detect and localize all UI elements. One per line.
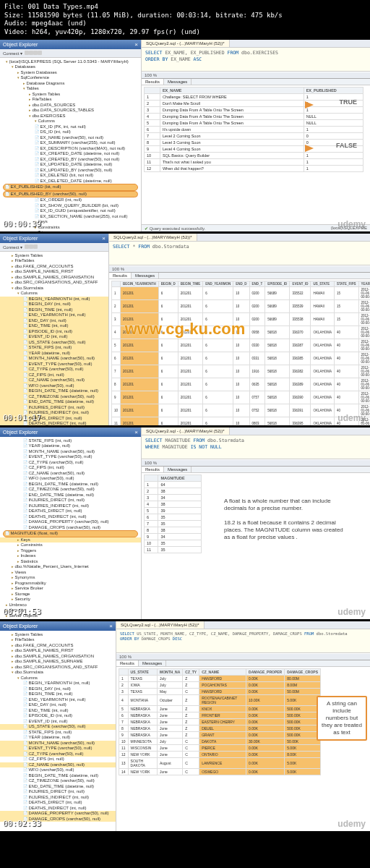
col-header[interactable]: EVENT_ID — [290, 281, 311, 286]
table-row[interactable]: 42012016201201610095856818336370OKLAHOMA… — [112, 326, 371, 339]
col-header[interactable] — [112, 281, 121, 286]
tree-col[interactable]: DEATHS_INDIRECT (int, null) — [0, 806, 116, 812]
tree-root[interactable]: (local)\SQLEXPRESS (SQL Server 11.0.5343… — [0, 59, 141, 65]
col-header[interactable]: DAMAGE_PROPER — [246, 668, 285, 675]
col-header[interactable] — [119, 668, 129, 675]
table-row[interactable]: 5NEBRASKAJuneZKNOX0.00K500.00K — [119, 705, 321, 712]
table-row[interactable]: 8NEBRASKAJuneZDEUEL0.00K500.00K — [119, 725, 321, 731]
tree-col-hl[interactable]: DAMAGE_PROPERTY (varchar(50), null) — [0, 811, 116, 817]
col-header[interactable]: EPISODE_ID — [265, 281, 290, 286]
table-row[interactable]: 735 — [145, 520, 202, 527]
tree-col[interactable]: INJURIES_INDIRECT (int, null) — [0, 795, 116, 801]
tree-columns[interactable]: Columns — [0, 119, 141, 124]
tree-col[interactable]: EX_ID (PK, int, not null) — [0, 124, 141, 130]
table-row[interactable]: 12012016201201610020056689335522HAWAII15… — [112, 286, 371, 299]
col-header[interactable]: STATE_FIPS — [334, 281, 358, 286]
table-row[interactable]: 1Challenge: SELECT FROM WHERE1 — [145, 93, 363, 100]
table-row[interactable]: 12When did that happen?1 — [145, 165, 363, 171]
col-header[interactable] — [145, 475, 158, 481]
tree-col[interactable]: DS_ID (int, null) — [0, 129, 141, 135]
tree-col[interactable]: BEGIN_DAY (int, null) — [0, 686, 116, 692]
sql-editor[interactable]: SELECT EX_NAME, EX_PUBLISHED FROM dbo.EX… — [142, 48, 370, 72]
tree-col[interactable]: BEGIN_DAY (int, null) — [0, 302, 108, 307]
close-icon[interactable]: × — [134, 429, 138, 435]
tree-col[interactable]: MONTH_NAME (varchar(50), null) — [0, 356, 108, 362]
tree-col[interactable]: EVENT_ID (int, null) — [0, 334, 108, 340]
tree-col[interactable]: END_DAY (int, null) — [0, 318, 108, 324]
table-row[interactable]: 102012016201201610075256818336391OKLAHOM… — [112, 404, 371, 417]
sql-editor[interactable]: SELECT * FROM dbo.Stormdata — [109, 242, 370, 265]
tree-dst[interactable]: dbo.DATA_SOURCES — [0, 103, 141, 109]
tree-body[interactable]: (local)\SQLEXPRESS (SQL Server 11.0.5343… — [0, 58, 141, 231]
table-row[interactable]: 6NEBRASKAJuneZFRONTIER0.00K500.00K — [119, 712, 321, 718]
tree-col[interactable]: STATE_FIPS (int, null) — [0, 345, 108, 351]
table-row[interactable]: 238 — [145, 488, 202, 494]
tree-col[interactable]: BEGIN_YEARMONTH (int, null) — [0, 297, 108, 302]
table-row[interactable]: 4Dumping Data From A Table Onto The Scre… — [145, 113, 363, 119]
tree-col[interactable]: END_DATE_TIME (datetime, null) — [0, 493, 141, 498]
table-row[interactable]: 13SOUTH DAKOTAAugustCLAWRENCE0.00K5.00K — [119, 757, 321, 768]
sql-editor[interactable]: SELECT MAGNITUDE FROM dbo.Stormdata WHER… — [142, 435, 370, 459]
tree-dstt[interactable]: dbo.DATA_SOURCES_TABLES — [0, 108, 141, 114]
table-row[interactable]: 72012016201201610191656818336382OKLAHOMA… — [112, 365, 371, 378]
tree-col[interactable]: EPISODE_ID (int, null) — [0, 329, 108, 335]
table-row[interactable]: 11WISCONSINJuneCPIERCE0.00K5.00K — [119, 744, 321, 751]
results-grid[interactable]: BEGIN_YEARMONTHBEGIN_DBEGIN_TIMEEND_YEAR… — [109, 279, 370, 425]
connect-button[interactable]: Connect ▾ — [3, 51, 22, 56]
tree-col[interactable]: EX_DELETED (bit, not null) — [0, 173, 141, 179]
tree-systables[interactable]: System Tables — [0, 92, 141, 98]
table-row[interactable]: 539 — [145, 507, 202, 514]
table-row[interactable]: 32012016201201610020056689335538HAWAII15… — [112, 312, 371, 326]
tree-col[interactable]: WFO (varchar(50), null) — [0, 383, 108, 389]
tree-col[interactable]: EX_ID_GUID (uniqueidentifier, not null) — [0, 208, 141, 214]
table-row[interactable]: 9NEBRASKAJuneZGRANT0.00K500.00K — [119, 731, 321, 738]
tree-col[interactable]: INJURIES_DIRECT (int, null) — [0, 498, 141, 503]
table-row[interactable]: 52012016201201610033056818336387OKLAHOMA… — [112, 339, 371, 352]
tab-messages[interactable]: Messages — [132, 273, 159, 278]
tree-node[interactable]: dbo.SRC_ORGANISATIONS_AND_STAFF — [0, 280, 108, 286]
tree-storage[interactable]: Storage — [0, 592, 141, 597]
col-header[interactable]: END_D — [233, 281, 249, 286]
tree-col[interactable]: EX_DESCRIPTION (varchar(MAX), not null) — [0, 146, 141, 152]
tree-col[interactable]: EX_CREATED_BY (varchar(50), not null) — [0, 157, 141, 163]
tree-node[interactable]: dbo.FAKE_CRM_ACCOUNTS — [0, 643, 116, 649]
tree-columns[interactable]: Columns — [0, 676, 116, 681]
tree-col[interactable]: INJURIES_DIRECT (int, null) — [0, 789, 116, 795]
table-row[interactable]: 4MONTANAOctoberZROOTENAI/CABINET REGION1… — [119, 694, 321, 705]
tree-col[interactable]: CZ_FIPS (int, null) — [0, 373, 108, 378]
table-row[interactable]: 12NEW YORKJuneCONTARIO0.00K8.00K — [119, 751, 321, 757]
tree-col[interactable]: MONTH_NAME (varchar(50), null) — [0, 449, 141, 455]
tree-col-hl[interactable]: EX_PUBLISHED (bit, null) — [3, 184, 138, 191]
tree-col[interactable]: WFO (varchar(50), null) — [0, 476, 141, 482]
tree-col[interactable]: END_YEARMONTH (int, null) — [0, 697, 116, 703]
tree-sysdb[interactable]: System Databases — [0, 70, 141, 76]
table-row[interactable]: 10MINNESOTAJulyCDAKOTA30.00K50.00K — [119, 738, 321, 744]
tree-node[interactable]: dbo.FAKE_CRM_ACCOUNTS — [0, 264, 108, 270]
tree-col[interactable]: CZ_FIPS (int, null) — [0, 757, 116, 762]
tree-col[interactable]: YEAR (datetime, null) — [0, 351, 108, 357]
table-row[interactable]: 438 — [145, 501, 202, 507]
col-header[interactable] — [145, 87, 160, 93]
query-tab[interactable]: SQLQuery2.sql - (...)MARY\MaryH (52))* — [142, 40, 230, 47]
tree-col[interactable]: EX_SHOW_QUERY_BUILDER (bit, null) — [0, 203, 141, 209]
tree-col[interactable]: STATE_FIPS (int, null) — [0, 438, 141, 444]
tree-node[interactable]: dbo.SRC_ORGANISATIONS_AND_STAFF — [0, 665, 116, 671]
table-row[interactable]: 9Level 4 Coming Soon0 — [145, 145, 363, 152]
tree-col-hl[interactable]: MONTH_NAME (varchar(50), null) — [0, 741, 116, 746]
col-header[interactable]: BEGIN_TIME — [178, 281, 203, 286]
table-row[interactable]: 2Don't Make Me Scroll1 — [145, 100, 363, 106]
tree-col-hl[interactable]: CZ_TYPE (varchar(50), null) — [0, 752, 116, 757]
table-row[interactable]: 82012016201201610063556818336389OKLAHOMA… — [112, 378, 371, 391]
tree-col[interactable]: EX_UPDATED_DATE (datetime, null) — [0, 162, 141, 168]
table-row[interactable]: 62012016201201610033156818336385OKLAHOMA… — [112, 352, 371, 365]
tree-col-hl[interactable]: EX_PUBLISHED_BY (varchar(50), null) — [3, 191, 138, 198]
tree-node[interactable]: dbo.SAMPLE_NAMES_ORGANISATION — [0, 275, 108, 281]
tree-col[interactable]: END_TIME (int, null) — [0, 708, 116, 714]
tree-col[interactable]: CZ_NAME (varchar(50), null) — [0, 471, 141, 477]
table-row[interactable]: 3Dumping Data From A Table Onto The Scre… — [145, 106, 363, 113]
tree-security[interactable]: Security — [0, 597, 141, 603]
table-row[interactable]: 1TEXASJulyZHANSFORD0.00K80.00M — [119, 675, 321, 681]
tree-col[interactable]: INJURIES_INDIRECT (int, null) — [0, 503, 141, 509]
tree-col[interactable]: BEGIN_TIME (int, null) — [0, 307, 108, 313]
tree-servicebroker[interactable]: Service Broker — [0, 586, 141, 592]
